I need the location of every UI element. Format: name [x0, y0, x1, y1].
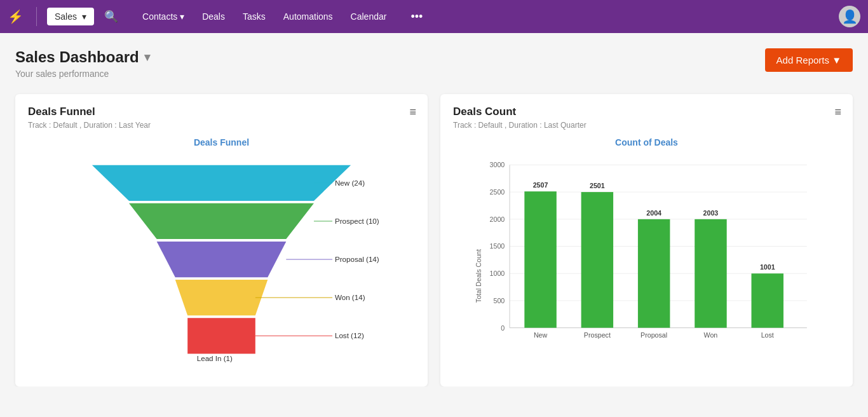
- deals-nav-link[interactable]: Deals: [193, 8, 234, 25]
- bar-lost: [752, 273, 783, 327]
- svg-text:0: 0: [501, 324, 505, 332]
- contacts-nav-link[interactable]: Contacts ▾: [133, 8, 193, 25]
- bar-chart-svg: 3000 2500 2000 1500 1000 500 0 Total Dea…: [453, 153, 840, 362]
- funnel-prospect-label: Prospect (10): [335, 217, 379, 225]
- deals-count-card-menu-icon[interactable]: ≡: [834, 106, 841, 119]
- deals-funnel-card: Deals Funnel Track : Default , Duration …: [15, 94, 428, 386]
- chevron-down-icon: ▾: [82, 11, 86, 22]
- nav-logo-icon: ⚡: [8, 9, 24, 24]
- automations-nav-link[interactable]: Automations: [275, 8, 342, 25]
- bar-proposal: [638, 219, 670, 328]
- main-content: Sales Dashboard ▾ Your sales performance…: [0, 33, 868, 386]
- add-reports-button[interactable]: Add Reports ▼: [765, 48, 853, 72]
- page-title-group: Sales Dashboard ▾ Your sales performance: [15, 48, 150, 79]
- svg-text:Proposal: Proposal: [641, 331, 667, 339]
- svg-text:1500: 1500: [490, 242, 505, 250]
- deals-count-card-title: Deals Count: [453, 106, 840, 118]
- funnel-card-menu-icon[interactable]: ≡: [409, 106, 416, 119]
- svg-text:500: 500: [493, 297, 505, 304]
- svg-text:2507: 2507: [533, 181, 548, 189]
- bar-new: [524, 191, 556, 328]
- svg-text:Total Deals Count: Total Deals Count: [475, 249, 482, 303]
- nav-divider: [36, 7, 37, 26]
- svg-text:2004: 2004: [646, 209, 661, 217]
- svg-text:1000: 1000: [490, 270, 505, 277]
- deals-count-chart-title: Count of Deals: [453, 137, 840, 147]
- svg-text:New: New: [534, 331, 548, 339]
- more-options-icon[interactable]: •••: [410, 10, 423, 24]
- avatar-icon: 👤: [842, 9, 858, 24]
- dashboard-grid: Deals Funnel Track : Default , Duration …: [15, 94, 853, 386]
- search-icon[interactable]: 🔍: [104, 10, 118, 24]
- svg-text:Won: Won: [704, 331, 718, 339]
- page-title-text: Sales Dashboard: [15, 48, 139, 66]
- nav-links: Contacts ▾ Deals Tasks Automations Calen…: [133, 8, 395, 25]
- funnel-card-subtitle: Track : Default , Duration : Last Year: [28, 121, 415, 130]
- funnel-svg: New (24) Prospect (10) Proposal (14) Won…: [28, 159, 415, 362]
- deals-count-card: Deals Count Track : Default , Duration :…: [440, 94, 853, 386]
- funnel-proposal-label: Proposal (14): [335, 255, 379, 263]
- sales-dropdown[interactable]: Sales ▾: [47, 8, 94, 25]
- svg-text:2003: 2003: [703, 209, 719, 217]
- funnel-won-label: Won (14): [335, 293, 365, 301]
- svg-text:3000: 3000: [490, 161, 505, 168]
- tasks-nav-link[interactable]: Tasks: [234, 8, 275, 25]
- navbar: ⚡ Sales ▾ 🔍 Contacts ▾ Deals Tasks Autom…: [0, 0, 868, 33]
- svg-text:2000: 2000: [490, 215, 505, 223]
- bar-won: [695, 219, 726, 328]
- page-header: Sales Dashboard ▾ Your sales performance…: [15, 48, 853, 79]
- funnel-new-label: New (24): [335, 179, 365, 187]
- funnel-card-title: Deals Funnel: [28, 106, 415, 118]
- svg-text:2500: 2500: [490, 188, 505, 196]
- sales-dropdown-label: Sales: [55, 11, 77, 22]
- funnel-stage-new: [92, 165, 351, 201]
- avatar[interactable]: 👤: [839, 6, 860, 27]
- svg-text:Prospect: Prospect: [584, 331, 611, 339]
- funnel-stage-lost: [187, 318, 255, 353]
- deals-count-card-subtitle: Track : Default , Duration : Last Quarte…: [453, 121, 840, 130]
- svg-text:2501: 2501: [590, 182, 605, 189]
- funnel-stage-prospect: [129, 203, 314, 239]
- funnel-chart: New (24) Prospect (10) Proposal (14) Won…: [28, 153, 415, 362]
- funnel-leadin-label: Lead In (1): [197, 354, 233, 362]
- funnel-chart-title: Deals Funnel: [28, 137, 415, 147]
- page-title: Sales Dashboard ▾: [15, 48, 150, 66]
- funnel-lost-label: Lost (12): [335, 331, 364, 339]
- page-subtitle: Your sales performance: [15, 69, 150, 79]
- calendar-nav-link[interactable]: Calendar: [342, 8, 396, 25]
- funnel-stage-won: [175, 280, 268, 315]
- svg-text:Lost: Lost: [761, 331, 774, 339]
- svg-text:1001: 1001: [760, 263, 775, 271]
- add-reports-label: Add Reports ▼: [776, 55, 841, 65]
- title-chevron-icon[interactable]: ▾: [144, 50, 150, 64]
- funnel-stage-proposal: [157, 242, 287, 277]
- bar-prospect: [581, 192, 613, 328]
